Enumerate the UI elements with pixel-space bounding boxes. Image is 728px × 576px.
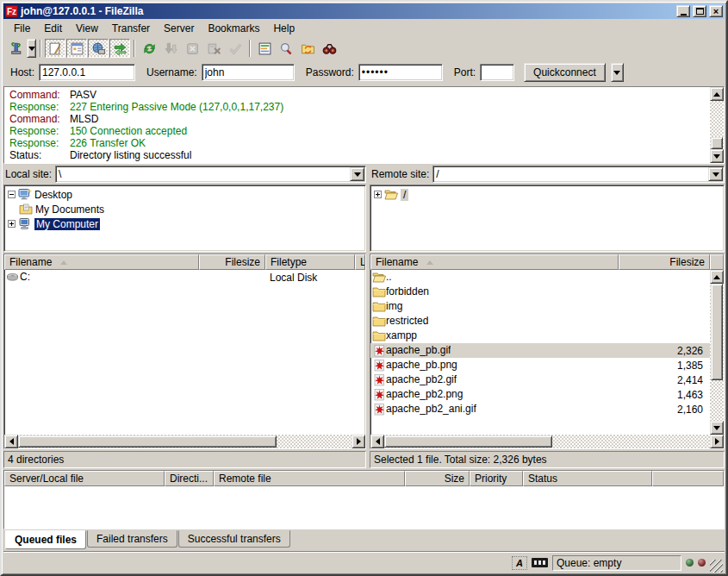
host-input[interactable] — [39, 64, 135, 81]
file-row[interactable]: xampp — [370, 329, 710, 343]
local-horizontal-scrollbar[interactable] — [4, 435, 365, 448]
file-row[interactable]: forbidden — [370, 285, 710, 299]
column-header-filesize[interactable]: Filesize — [619, 254, 710, 270]
menu-view[interactable]: View — [69, 21, 105, 36]
menu-edit[interactable]: Edit — [37, 21, 69, 36]
scroll-down-button[interactable] — [710, 421, 724, 435]
search-button[interactable] — [276, 39, 296, 58]
message-log: Command:PASV Response:227 Entering Passi… — [3, 86, 725, 164]
tab-failed-transfers[interactable]: Failed transfers — [87, 530, 177, 548]
close-button[interactable]: × — [709, 5, 723, 17]
menu-bookmarks[interactable]: Bookmarks — [201, 21, 266, 36]
remote-vertical-scrollbar[interactable] — [710, 270, 724, 435]
collapse-icon[interactable] — [8, 191, 16, 198]
file-row-local-c-drive[interactable]: C: Local Disk — [4, 270, 365, 285]
arrow-down-icon — [713, 154, 720, 159]
tree-item-desktop[interactable]: Desktop — [4, 187, 365, 202]
column-header-size[interactable]: Size — [405, 471, 470, 486]
send-indicator-led — [698, 559, 706, 567]
column-header-filesize[interactable]: Filesize — [199, 254, 265, 270]
scroll-down-button[interactable] — [710, 149, 724, 163]
log-vertical-scrollbar[interactable] — [710, 87, 724, 163]
local-site-dropdown[interactable] — [350, 167, 364, 181]
menu-help[interactable]: Help — [266, 21, 302, 36]
maximize-button[interactable] — [693, 5, 706, 17]
scroll-right-button[interactable] — [710, 435, 724, 448]
scroll-left-button[interactable] — [370, 435, 384, 448]
chevron-down-icon — [613, 71, 620, 75]
column-header-filename[interactable]: Filename — [370, 254, 619, 270]
open-folder-icon — [370, 271, 386, 284]
reconnect-button[interactable] — [225, 39, 246, 58]
scroll-track[interactable] — [710, 101, 724, 137]
quickconnect-bar: Host: Username: Password: Port: Quickcon… — [3, 59, 725, 85]
remote-file-list: Filename Filesize .. forbidden — [370, 254, 725, 449]
scroll-thumb[interactable] — [711, 137, 723, 149]
username-input[interactable] — [202, 64, 295, 81]
quickconnect-button[interactable]: Quickconnect — [524, 63, 606, 82]
port-input[interactable] — [480, 64, 514, 81]
file-row[interactable]: apache_pb.png 1,385 — [370, 358, 710, 373]
expand-icon[interactable] — [8, 220, 16, 228]
arrow-left-icon — [376, 438, 380, 445]
toggle-remote-tree-button[interactable] — [88, 39, 109, 58]
file-row[interactable]: apache_pb2.gif 2,414 — [370, 373, 710, 387]
tab-successful-transfers[interactable]: Successful transfers — [178, 530, 290, 548]
expand-icon[interactable] — [374, 191, 382, 198]
menu-transfer[interactable]: Transfer — [105, 21, 157, 36]
tree-item-root[interactable]: / — [370, 187, 724, 202]
scroll-thumb[interactable] — [384, 435, 552, 448]
password-input[interactable] — [358, 64, 443, 81]
scroll-right-button[interactable] — [352, 435, 365, 448]
scroll-track[interactable] — [277, 435, 352, 448]
site-manager-dropdown[interactable] — [27, 39, 36, 58]
column-header-status[interactable]: Status — [523, 471, 652, 486]
synchronized-browsing-button[interactable] — [297, 39, 318, 58]
scroll-up-button[interactable] — [710, 87, 724, 101]
minimize-button[interactable] — [676, 5, 690, 17]
local-tree-icon — [70, 41, 84, 56]
file-row-selected[interactable]: apache_pb.gif 2,326 — [370, 343, 710, 358]
scroll-track[interactable] — [710, 380, 724, 421]
remote-horizontal-scrollbar[interactable] — [370, 435, 724, 448]
remote-site-dropdown[interactable] — [708, 167, 723, 181]
file-row[interactable]: apache_pb2_ani.gif 2,160 — [370, 402, 710, 416]
column-header-remote-file[interactable]: Remote file — [214, 471, 405, 486]
toggle-local-tree-button[interactable] — [66, 39, 87, 58]
site-manager-button[interactable] — [5, 39, 26, 58]
column-header-filename[interactable]: Filename — [4, 254, 199, 270]
local-site-combobox[interactable]: \ — [55, 166, 366, 183]
menu-server[interactable]: Server — [157, 21, 201, 36]
process-queue-button[interactable] — [160, 39, 181, 58]
quickconnect-dropdown[interactable] — [611, 63, 624, 82]
scroll-up-button[interactable] — [710, 270, 724, 284]
resize-grip[interactable] — [710, 560, 723, 573]
tree-item-my-computer[interactable]: My Computer — [4, 216, 365, 231]
tree-item-my-documents[interactable]: My Documents — [4, 202, 365, 216]
tab-queued-files[interactable]: Queued files — [5, 530, 86, 549]
remote-tree-icon — [91, 41, 106, 56]
column-header-last-modified[interactable]: L — [355, 254, 365, 270]
scroll-track[interactable] — [552, 435, 710, 448]
file-row[interactable]: apache_pb2.png 1,463 — [370, 387, 710, 402]
menu-file[interactable]: File — [7, 21, 37, 36]
host-label: Host: — [10, 66, 34, 78]
directory-comparison-button[interactable] — [319, 39, 339, 58]
file-row[interactable]: img — [370, 299, 710, 314]
scroll-left-button[interactable] — [4, 435, 18, 448]
column-header-server-local-file[interactable]: Server/Local file — [4, 471, 165, 486]
scroll-thumb[interactable] — [711, 284, 723, 380]
cancel-button[interactable] — [182, 39, 202, 58]
remote-site-combobox[interactable]: / — [432, 166, 725, 183]
column-header-priority[interactable]: Priority — [470, 471, 523, 486]
toggle-message-log-button[interactable] — [45, 39, 65, 58]
disconnect-button[interactable] — [203, 39, 224, 58]
toggle-transfer-queue-button[interactable] — [109, 39, 130, 58]
file-row[interactable]: .. — [370, 270, 710, 285]
refresh-button[interactable] — [139, 39, 159, 58]
column-header-direction[interactable]: Directi... — [165, 471, 214, 486]
file-row[interactable]: restricted — [370, 314, 710, 329]
filter-button[interactable] — [254, 39, 275, 58]
column-header-filetype[interactable]: Filetype — [265, 254, 355, 270]
scroll-thumb[interactable] — [18, 435, 277, 448]
